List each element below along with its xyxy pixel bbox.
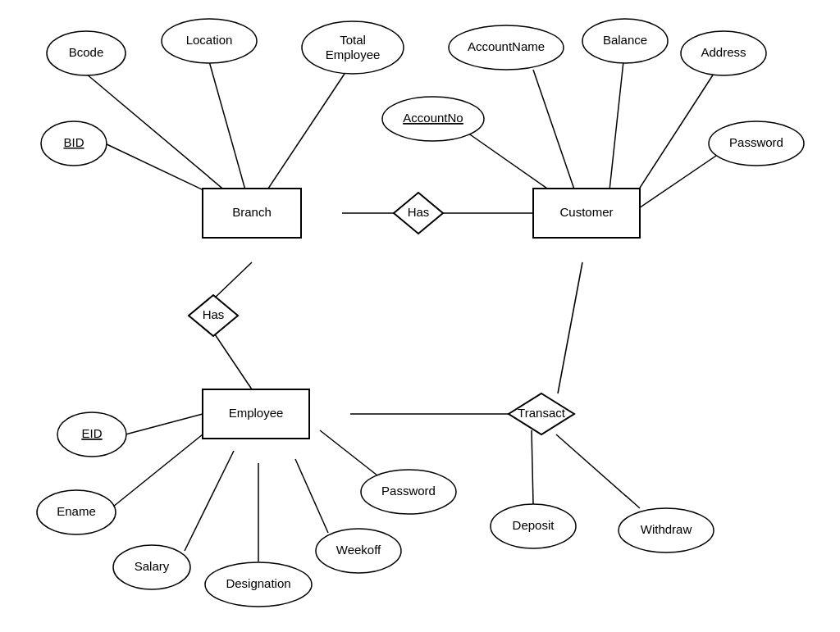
svg-line-18	[113, 434, 203, 507]
svg-line-12	[213, 332, 252, 389]
password-employee-label: Password	[381, 484, 436, 498]
transact-label: Transact	[518, 406, 566, 420]
total-employee-line2: Employee	[326, 48, 381, 61]
has-be-label: Has	[203, 307, 225, 321]
designation-label: Designation	[226, 576, 290, 590]
deposit-label: Deposit	[513, 518, 555, 532]
ename-label: Ename	[57, 504, 96, 518]
bid-label: BID	[63, 135, 84, 149]
svg-line-21	[295, 459, 328, 533]
eid-label: EID	[81, 426, 102, 440]
svg-line-16	[556, 434, 640, 508]
svg-line-11	[213, 262, 252, 299]
balance-label: Balance	[603, 33, 647, 47]
svg-line-17	[126, 414, 203, 434]
has-bc-label: Has	[408, 205, 430, 219]
customer-label: Customer	[559, 205, 613, 219]
withdraw-label: Withdraw	[641, 522, 692, 536]
svg-line-22	[320, 430, 377, 475]
address-label: Address	[701, 45, 746, 59]
weekoff-label: Weekoff	[336, 543, 381, 557]
accountname-label: AccountName	[468, 39, 545, 53]
location-label: Location	[186, 33, 233, 47]
employee-label: Employee	[229, 406, 284, 420]
accountno-label: AccountNo	[403, 111, 463, 125]
bcode-label: Bcode	[69, 45, 104, 59]
svg-line-13	[558, 262, 582, 393]
salary-label: Salary	[135, 559, 170, 573]
branch-label: Branch	[232, 205, 272, 219]
svg-line-15	[532, 430, 533, 504]
total-employee-line1: Total	[340, 33, 366, 47]
svg-line-19	[185, 451, 234, 551]
password-customer-label: Password	[729, 135, 783, 149]
